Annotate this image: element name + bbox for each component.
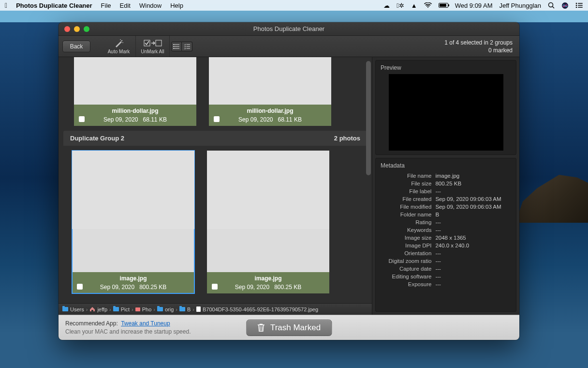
window-footer: Recommended App: Tweak and Tuneup Clean …: [59, 315, 519, 340]
svg-point-7: [576, 7, 577, 8]
metadata-row: Orientation---: [381, 249, 511, 257]
metadata-key: Rating: [381, 218, 435, 226]
metadata-value: Sep 09, 2020 09:06:03 AM: [435, 203, 511, 211]
metadata-key: Exposure: [381, 280, 435, 288]
metadata-key: File size: [381, 180, 435, 187]
metadata-value: ---: [435, 273, 511, 280]
photo-card[interactable]: image.jpg Sep 09, 2020 800.25 KB: [207, 151, 329, 293]
metadata-value: 800.25 KB: [435, 180, 511, 187]
apple-menu-icon[interactable]: : [5, 2, 7, 9]
metadata-key: File label: [381, 187, 435, 195]
recommended-link[interactable]: Tweak and Tuneup: [121, 320, 170, 327]
photo-card[interactable]: million-dollar.jpg Sep 09, 2020 68.11 KB: [74, 57, 196, 126]
photo-size: 800.25 KB: [139, 283, 166, 291]
metadata-row: File label---: [381, 187, 511, 195]
metadata-row: File createdSep 09, 2020 09:06:03 AM: [381, 195, 511, 203]
metadata-value: ---: [435, 265, 511, 273]
photo-name: image.jpg: [72, 274, 194, 283]
siri-icon[interactable]: [561, 2, 569, 9]
bluetooth-icon[interactable]: ✲: [397, 2, 404, 9]
preview-image: [389, 74, 503, 151]
group-count: 2 photos: [334, 135, 360, 142]
svg-point-17: [173, 44, 174, 45]
unmark-all-label: UnMark All: [141, 49, 164, 54]
svg-point-9: [121, 40, 122, 41]
menu-help[interactable]: Help: [170, 2, 183, 9]
crumb-b[interactable]: B: [179, 307, 191, 312]
crumb-originals[interactable]: orig: [157, 307, 174, 312]
photo-card[interactable]: image.jpg Sep 09, 2020 800.25 KB: [72, 151, 194, 293]
svg-point-11: [120, 39, 121, 40]
wifi-icon[interactable]: [424, 2, 432, 8]
selection-status: 1 of 4 selected in 2 groups 0 marked: [444, 39, 519, 54]
auto-mark-label: Auto Mark: [108, 49, 130, 54]
metadata-key: Orientation: [381, 249, 435, 257]
checklist-view-icon[interactable]: [182, 42, 192, 51]
photo-name: image.jpg: [207, 274, 329, 283]
metadata-row: Exposure---: [381, 280, 511, 288]
photo-date: Sep 09, 2020: [238, 115, 273, 124]
metadata-row: File modifiedSep 09, 2020 09:06:03 AM: [381, 203, 511, 211]
metadata-value: ---: [435, 187, 511, 195]
mark-checkbox[interactable]: [77, 284, 83, 290]
svg-point-19: [173, 48, 174, 49]
crumb-users[interactable]: Users: [62, 307, 84, 312]
metadata-row: File nameimage.jpg: [381, 172, 511, 180]
metadata-value: B: [435, 211, 511, 218]
preview-panel: Preview: [375, 60, 516, 155]
crumb-pictures[interactable]: Pict: [113, 307, 130, 312]
crumb-home[interactable]: jeffp: [89, 307, 107, 312]
window-titlebar[interactable]: Photos Duplicate Cleaner: [59, 22, 519, 36]
photo-name: million-dollar.jpg: [74, 107, 196, 115]
list-view-icon[interactable]: [171, 42, 182, 51]
svg-point-5: [576, 5, 577, 6]
menu-file[interactable]: File: [101, 2, 111, 9]
control-center-icon[interactable]: [575, 2, 583, 8]
metadata-key: Image DPI: [381, 242, 435, 249]
cloud-icon[interactable]: ☁︎: [383, 2, 390, 9]
metadata-value: ---: [435, 280, 511, 288]
metadata-row: Folder nameB: [381, 211, 511, 218]
menu-edit[interactable]: Edit: [120, 2, 131, 9]
unmark-all-button[interactable]: UnMark All: [136, 36, 170, 57]
metadata-row: Capture date---: [381, 265, 511, 273]
menubar-clock[interactable]: Wed 9:09 AM: [455, 2, 493, 9]
photo-date: Sep 09, 2020: [235, 283, 269, 291]
metadata-key: File created: [381, 195, 435, 203]
spotlight-icon[interactable]: [548, 2, 555, 9]
content-scrollbar[interactable]: [366, 61, 371, 299]
airplay-icon[interactable]: ▲: [411, 2, 417, 9]
preview-title: Preview: [381, 64, 511, 71]
photo-name: million-dollar.jpg: [209, 107, 331, 115]
mark-checkbox[interactable]: [79, 116, 85, 122]
svg-rect-13: [156, 40, 162, 46]
mark-checkbox[interactable]: [214, 116, 220, 122]
mark-checkbox[interactable]: [212, 284, 218, 290]
battery-icon[interactable]: [439, 3, 448, 8]
group-header[interactable]: Duplicate Group 2 2 photos: [63, 131, 367, 146]
side-panel: Preview Metadata File nameimage.jpgFile …: [372, 57, 519, 315]
menu-window[interactable]: Window: [139, 2, 162, 9]
svg-point-0: [549, 3, 553, 7]
trash-marked-label: Trash Marked: [270, 323, 321, 333]
photo-size: 68.11 KB: [278, 115, 302, 124]
metadata-row: Digital zoom ratio---: [381, 257, 511, 265]
trash-marked-button[interactable]: Trash Marked: [246, 320, 332, 336]
view-options-button[interactable]: [170, 36, 194, 57]
back-button[interactable]: Back: [62, 41, 90, 52]
photo-size: 800.25 KB: [274, 283, 301, 291]
metadata-value: 2048 x 1365: [435, 234, 511, 242]
macos-menubar:  Photos Duplicate Cleaner File Edit Win…: [0, 0, 588, 11]
metadata-row: Image DPI240.0 x 240.0: [381, 242, 511, 249]
status-line-2: 0 marked: [444, 46, 513, 54]
svg-rect-4: [578, 3, 583, 4]
metadata-value: ---: [435, 257, 511, 265]
metadata-value: ---: [435, 249, 511, 257]
auto-mark-button[interactable]: Auto Mark: [102, 36, 136, 57]
crumb-photos[interactable]: Pho: [135, 307, 152, 312]
menubar-user[interactable]: Jeff Phungglan: [500, 2, 542, 9]
metadata-key: Image size: [381, 234, 435, 242]
crumb-file[interactable]: B7004DF3-5350-4665-92E6-176395790572.jpe…: [196, 307, 318, 312]
photo-card[interactable]: million-dollar.jpg Sep 09, 2020 68.11 KB: [209, 57, 331, 126]
menubar-app-name[interactable]: Photos Duplicate Cleaner: [16, 2, 92, 9]
